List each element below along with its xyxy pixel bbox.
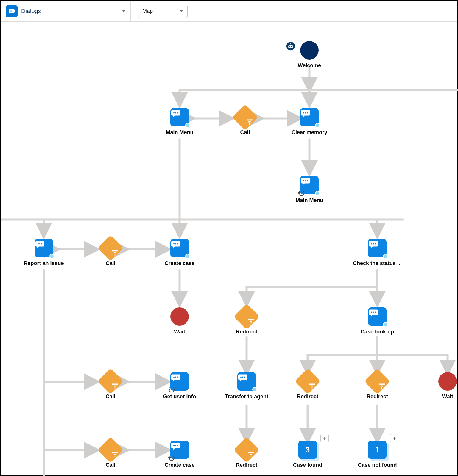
wait-icon	[438, 372, 457, 391]
svg-point-29	[373, 311, 374, 313]
expand-button[interactable]: +	[390, 434, 398, 442]
svg-point-3	[12, 10, 13, 11]
svg-point-12	[303, 112, 304, 113]
svg-point-16	[305, 180, 306, 181]
dialogs-icon	[6, 5, 18, 17]
node-report-issue[interactable]: Report an issue	[20, 239, 68, 267]
svg-point-28	[371, 311, 372, 313]
rule-icon	[364, 368, 390, 394]
node-case-found[interactable]: + 3 Case found	[284, 441, 331, 468]
svg-point-13	[305, 112, 306, 113]
bot-start-icon	[300, 41, 319, 60]
node-redirect1[interactable]: Redirect	[223, 307, 270, 335]
svg-point-39	[175, 445, 176, 446]
node-wait2[interactable]: Wait	[424, 372, 458, 400]
svg-point-8	[290, 43, 291, 44]
rule-icon	[232, 104, 258, 130]
svg-point-7	[291, 46, 292, 47]
svg-point-26	[375, 243, 376, 244]
svg-point-25	[373, 243, 374, 244]
node-case-not-found[interactable]: + 1 Case not found	[353, 441, 401, 468]
dialog-icon	[237, 372, 256, 391]
caret-down-icon	[122, 10, 126, 12]
node-main-menu-ref[interactable]: Main Menu	[286, 176, 333, 203]
svg-point-18	[38, 243, 39, 244]
node-create-case[interactable]: Create case	[156, 239, 203, 267]
svg-point-19	[39, 243, 40, 244]
dialog-icon	[170, 372, 189, 391]
rule-icon	[97, 437, 124, 463]
svg-point-38	[173, 445, 175, 446]
dialog-icon	[368, 239, 387, 257]
view-label: Map	[142, 8, 153, 14]
dialog-icon	[368, 307, 387, 326]
loop-icon	[169, 386, 175, 392]
rule-icon	[97, 235, 124, 261]
svg-point-40	[177, 445, 178, 446]
loop-icon	[298, 190, 304, 196]
svg-point-24	[371, 243, 372, 244]
node-call-mid1[interactable]: Call	[87, 239, 134, 267]
svg-point-21	[173, 243, 175, 244]
caret-down-icon	[180, 10, 183, 12]
svg-point-2	[11, 10, 12, 11]
svg-point-6	[289, 46, 290, 47]
expand-button[interactable]: +	[320, 434, 329, 442]
svg-point-15	[303, 180, 304, 181]
node-redirect3[interactable]: Redirect	[353, 372, 401, 400]
node-call-top[interactable]: Call	[221, 108, 269, 136]
dialog-icon	[35, 239, 53, 257]
entity-label: Dialogs	[21, 8, 41, 15]
svg-point-30	[375, 311, 376, 313]
svg-point-22	[175, 243, 176, 244]
node-clear-memory[interactable]: Clear memory	[286, 108, 333, 136]
node-main-menu[interactable]: Main Menu	[156, 108, 203, 136]
node-check-status[interactable]: Check the status ...	[353, 239, 401, 267]
node-create-case-ref[interactable]: Create case	[156, 441, 203, 468]
svg-point-32	[175, 376, 176, 378]
dialog-icon	[300, 108, 319, 126]
node-call-bottom[interactable]: Call	[87, 441, 134, 468]
svg-point-1	[10, 10, 11, 11]
dialog-icon	[170, 108, 189, 126]
dialog-icon	[170, 441, 189, 459]
svg-point-35	[242, 376, 243, 378]
node-call-mid2[interactable]: Call	[87, 372, 134, 400]
toolbar: Dialogs Map	[1, 1, 457, 22]
wait-icon	[170, 307, 189, 326]
entity-dropdown[interactable]: Dialogs	[6, 1, 131, 21]
rule-icon	[233, 303, 260, 330]
dialog-icon	[300, 176, 319, 194]
node-transfer-agent[interactable]: Transfer to agent	[223, 372, 270, 400]
loop-icon	[169, 455, 175, 461]
svg-rect-5	[288, 45, 293, 48]
node-redirect2[interactable]: Redirect	[284, 372, 331, 400]
svg-point-9	[173, 112, 175, 113]
node-case-lookup[interactable]: Case look up	[353, 307, 401, 335]
svg-point-17	[307, 180, 308, 181]
dialog-icon	[170, 239, 189, 257]
rule-icon	[97, 368, 124, 394]
flow-canvas[interactable]: Welcome Main Menu Call Clear memory	[1, 22, 457, 475]
rule-icon	[295, 368, 321, 394]
node-wait1[interactable]: Wait	[156, 307, 203, 335]
svg-point-31	[173, 376, 175, 378]
rule-icon	[233, 437, 260, 463]
node-redirect4[interactable]: Redirect	[223, 441, 270, 468]
svg-point-11	[177, 112, 178, 113]
node-get-user-info[interactable]: Get user info	[156, 372, 203, 400]
svg-point-14	[307, 112, 308, 113]
svg-point-20	[41, 243, 42, 244]
svg-point-33	[177, 376, 178, 378]
svg-point-23	[177, 243, 178, 244]
stack-icon: + 1	[368, 441, 387, 459]
node-welcome[interactable]: Welcome	[286, 41, 333, 69]
svg-point-34	[240, 376, 242, 378]
view-dropdown[interactable]: Map	[138, 5, 188, 18]
svg-point-10	[175, 112, 176, 113]
svg-point-36	[244, 376, 245, 378]
stack-icon: + 3	[298, 441, 317, 459]
